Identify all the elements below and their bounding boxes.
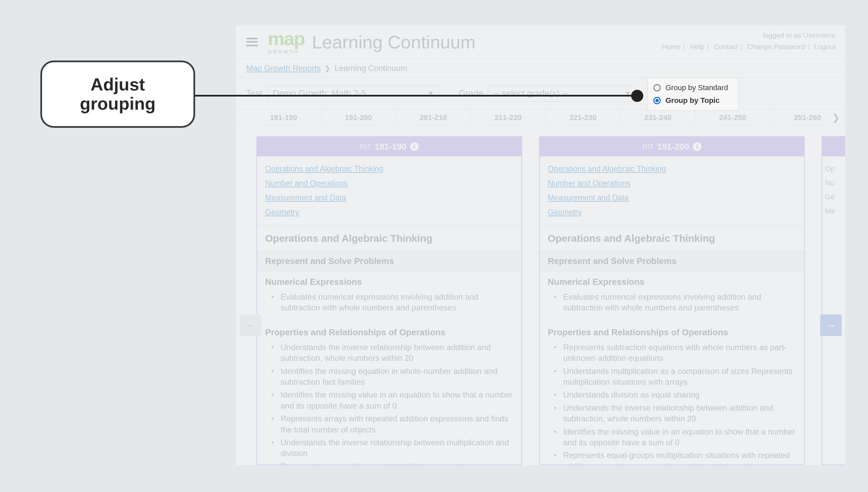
rit-card-links: Operations and Algebraic Thinking Number…	[257, 156, 522, 226]
rit-tab[interactable]: 201-210	[396, 109, 471, 126]
page-title: Learning Continuum	[312, 32, 475, 52]
callout-text-1: Adjust	[91, 75, 145, 94]
header-user-area: logged in as Username Home| Help| Contac…	[662, 31, 836, 51]
rit-range: 181-190	[375, 142, 406, 152]
group-by-topic-label: Group by Topic	[666, 96, 720, 105]
nav-home-link[interactable]: Home	[662, 43, 681, 50]
rit-tab[interactable]: 231-240	[621, 109, 696, 126]
info-icon[interactable]: i	[693, 142, 701, 151]
skill-item: Evaluates numerical expressions involvin…	[554, 291, 796, 315]
grade-dropdown[interactable]: -- select grade(s) --	[488, 85, 636, 102]
callout-bubble: Adjust grouping	[40, 60, 195, 128]
content-block: Numerical Expressions Evaluates numerica…	[257, 271, 522, 322]
skill-item: Understands the inverse relationship bet…	[271, 436, 513, 460]
skill-item: Understands the inverse relationship bet…	[554, 401, 796, 425]
topic-link[interactable]: Measurement and Data	[265, 191, 513, 205]
section-title: Operations and Algebraic Thinking	[257, 226, 522, 251]
skill-item: Represents arrays with repeated addition…	[271, 460, 513, 465]
subsection-title: Represent and Solve Problems	[257, 251, 522, 271]
topic-link[interactable]: Measurement and Data	[548, 191, 796, 205]
nav-help-link[interactable]: Help	[690, 43, 704, 50]
rit-card-header: RIT 191-200 i	[540, 137, 804, 156]
rit-prefix: RIT	[642, 143, 654, 151]
partial-text: Ge	[825, 190, 845, 204]
filters-row: Test Demo Growth: Math 2-5 Grade -- sele…	[236, 78, 845, 109]
skill-item: Represents arrays with repeated addition…	[271, 412, 513, 436]
rit-tab[interactable]: 211-220	[471, 109, 546, 126]
info-icon[interactable]: i	[410, 142, 419, 151]
rit-tab[interactable]: 221-230	[546, 109, 621, 126]
content-block: Properties and Relationships of Operatio…	[257, 322, 522, 465]
grade-dropdown-value: -- select grade(s) --	[493, 88, 568, 99]
skill-item: Identifies the missing value in an equat…	[554, 425, 796, 449]
rit-card-191-200: RIT 191-200 i Operations and Algebraic T…	[539, 136, 805, 465]
cards-next-button[interactable]: →	[820, 315, 842, 336]
skill-item: Represents equal-groups multiplication s…	[554, 449, 796, 465]
app-header: map GROWTH Learning Continuum logged in …	[236, 25, 845, 59]
chevron-right-icon: ❯	[325, 64, 330, 72]
topic-link[interactable]: Number and Operations	[265, 176, 513, 191]
test-dropdown-value: Demo Growth: Math 2-5	[273, 88, 366, 99]
group-by-topic-radio[interactable]: Group by Topic	[653, 94, 733, 107]
logo-main-text: map	[268, 29, 305, 48]
nav-change-password-link[interactable]: Change Password	[747, 43, 805, 50]
cards-prev-button[interactable]: ←	[240, 315, 261, 336]
block-heading: Properties and Relationships of Operatio…	[548, 327, 796, 338]
breadcrumb: Map Growth Reports ❯ Learning Continuum	[236, 59, 845, 78]
group-by-standard-label: Group by Standard	[666, 83, 728, 92]
rit-card-partial: Op Nu Ge Me	[822, 136, 845, 465]
rit-card-header	[822, 137, 845, 156]
rit-tab[interactable]: 181-190	[246, 109, 321, 126]
callout-connector-line	[195, 95, 636, 97]
rit-card-header: RIT 181-190 i	[257, 137, 522, 156]
skill-item: Understands the inverse relationship bet…	[271, 341, 513, 365]
nav-contact-link[interactable]: Contact	[714, 43, 738, 50]
skill-item: Understands multiplication as a comparis…	[554, 365, 796, 389]
section-title: Operations and Algebraic Thinking	[540, 226, 804, 251]
callout-text-2: grouping	[80, 94, 155, 113]
subsection-title: Represent and Solve Problems	[540, 251, 804, 271]
block-heading: Numerical Expressions	[548, 277, 796, 287]
content-block: Numerical Expressions Evaluates numerica…	[540, 271, 804, 322]
topic-link[interactable]: Operations and Algebraic Thinking	[265, 162, 513, 176]
skill-item: Evaluates numerical expressions involvin…	[271, 291, 513, 315]
partial-text: Nu	[825, 176, 845, 190]
block-heading: Numerical Expressions	[265, 277, 513, 287]
skill-item: Understands division as equal sharing	[554, 388, 796, 401]
rit-tabs-next-icon[interactable]: ❯	[830, 109, 842, 126]
rit-prefix: RIT	[360, 143, 371, 151]
block-heading: Properties and Relationships of Operatio…	[265, 327, 513, 338]
hamburger-icon[interactable]	[246, 38, 258, 46]
test-filter-label: Test	[246, 88, 262, 99]
grouping-options: Group by Standard Group by Topic	[648, 78, 739, 110]
breadcrumb-root-link[interactable]: Map Growth Reports	[246, 64, 321, 73]
breadcrumb-current: Learning Continuum	[334, 64, 407, 73]
header-nav-links: Home| Help| Contact| Change Password| Lo…	[662, 43, 836, 51]
username-display: Username	[803, 31, 836, 39]
topic-link[interactable]: Geometry	[265, 205, 513, 220]
logo-sub-text: GROWTH	[268, 49, 305, 54]
skill-item: Identifies the missing equation in whole…	[271, 365, 513, 389]
topic-link[interactable]: Operations and Algebraic Thinking	[548, 162, 796, 176]
radio-icon	[653, 84, 661, 92]
skill-item: Identifies the missing value in an equat…	[271, 388, 513, 412]
grade-filter-label: Grade	[459, 88, 483, 99]
content-area: ← → RIT 181-190 i Operations and Algebra…	[236, 126, 845, 465]
app-window: map GROWTH Learning Continuum logged in …	[236, 25, 845, 465]
topic-link[interactable]: Number and Operations	[548, 176, 796, 191]
partial-text: Op	[825, 162, 845, 176]
content-block: Properties and Relationships of Operatio…	[540, 322, 804, 465]
group-by-standard-radio[interactable]: Group by Standard	[653, 81, 733, 94]
partial-text: Me	[825, 204, 845, 218]
callout-connector-dot	[631, 90, 643, 102]
topic-link[interactable]: Geometry	[548, 205, 796, 220]
rit-card-181-190: RIT 181-190 i Operations and Algebraic T…	[256, 136, 522, 465]
test-dropdown[interactable]: Demo Growth: Math 2-5	[267, 85, 439, 102]
rit-range: 191-200	[657, 142, 689, 152]
radio-icon-selected	[653, 97, 661, 104]
rit-tab[interactable]: 241-250	[695, 109, 770, 126]
logged-in-label: logged in as	[763, 31, 801, 39]
nav-logout-link[interactable]: Logout	[814, 43, 836, 50]
rit-tab[interactable]: 191-200	[321, 109, 396, 126]
rit-card-links: Operations and Algebraic Thinking Number…	[540, 156, 804, 226]
